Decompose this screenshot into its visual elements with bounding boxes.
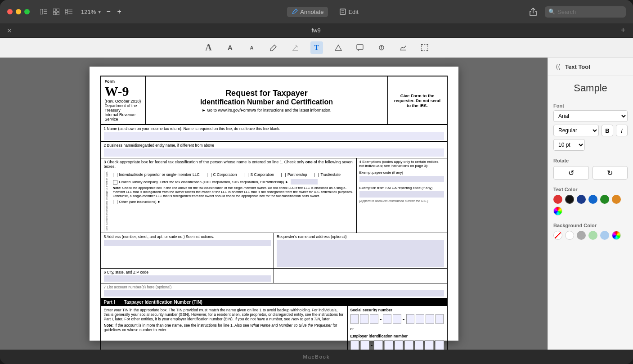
- font-family-select[interactable]: Arial Helvetica Times New Roman Courier …: [553, 110, 628, 122]
- bg-color-light-blue[interactable]: [600, 231, 609, 240]
- ein-box-9[interactable]: [435, 340, 444, 350]
- text-color-picker[interactable]: [553, 207, 562, 216]
- title-center: Annotate Edit: [129, 7, 521, 17]
- text-color-red[interactable]: [553, 195, 562, 204]
- exempt-payee-input[interactable]: [359, 176, 444, 182]
- panel-title: Text Tool: [565, 63, 590, 70]
- field-5-input[interactable]: [104, 240, 271, 246]
- llc-cb[interactable]: [113, 180, 117, 184]
- text-color-black[interactable]: [565, 195, 574, 204]
- rotate-right-button[interactable]: ↻: [593, 166, 628, 180]
- other-cb[interactable]: [113, 200, 117, 204]
- zoom-out-button[interactable]: −: [104, 8, 112, 16]
- ssn-box-5[interactable]: [393, 314, 401, 324]
- ssn-box-7[interactable]: [416, 314, 424, 324]
- trust-cb[interactable]: [314, 173, 319, 177]
- field-6-input[interactable]: [104, 275, 271, 282]
- shapes-tool[interactable]: [332, 41, 345, 54]
- bg-color-white[interactable]: [565, 231, 574, 240]
- ein-box-1[interactable]: [350, 340, 359, 350]
- crop-tool[interactable]: [418, 41, 431, 54]
- individual-cb[interactable]: [113, 173, 117, 177]
- ssn-box-8[interactable]: [426, 314, 434, 324]
- field-1-row: 1 Name (as shown on your income tax retu…: [101, 125, 447, 142]
- text-small-tool[interactable]: A: [246, 41, 258, 54]
- bg-color-gray[interactable]: [577, 231, 586, 240]
- tab-add-button[interactable]: +: [619, 26, 628, 35]
- search-input[interactable]: [545, 6, 626, 18]
- ein-box-2[interactable]: [360, 340, 369, 350]
- address-section: 5 Address (number, street, and apt. or s…: [101, 233, 447, 269]
- field-7-row: 7 List account number(s) here (optional): [101, 283, 447, 298]
- pencil-tool[interactable]: [267, 41, 280, 54]
- comment-tool[interactable]: [354, 41, 366, 54]
- requester-input[interactable]: [277, 240, 444, 267]
- font-style-select[interactable]: Regular Bold Italic Bold Italic: [553, 125, 599, 136]
- panel-collapse-button[interactable]: ⟨⟨: [553, 62, 562, 71]
- pdf-page: Form W-9 (Rev. October 2018) Department …: [90, 67, 458, 341]
- zoom-in-button[interactable]: +: [115, 8, 123, 16]
- llc-input[interactable]: [291, 179, 318, 184]
- field-1-input[interactable]: [104, 132, 444, 140]
- zoom-dropdown-arrow[interactable]: ▼: [97, 9, 102, 14]
- pdf-viewer[interactable]: Form W-9 (Rev. October 2018) Department …: [0, 58, 548, 350]
- svg-rect-9: [65, 11, 67, 13]
- ein-box-5[interactable]: [395, 340, 404, 350]
- field-3-label: 3 Check appropriate box for federal tax …: [104, 160, 353, 169]
- text-color-blue[interactable]: [588, 195, 597, 204]
- text-color-green[interactable]: [600, 195, 609, 204]
- highlight-tool[interactable]: [289, 41, 301, 54]
- bg-color-light-green[interactable]: [588, 231, 597, 240]
- share-button[interactable]: [527, 5, 539, 18]
- fullscreen-button[interactable]: [24, 9, 30, 14]
- svg-point-23: [421, 50, 422, 51]
- part1-title: Taxpayer Identification Number (TIN): [124, 300, 202, 305]
- ssn-box-9[interactable]: [435, 314, 444, 324]
- draw-tool[interactable]: [397, 41, 409, 54]
- svg-point-24: [427, 50, 428, 51]
- annotation-bar: A A A T: [0, 38, 633, 58]
- grid-view-icon[interactable]: [52, 8, 60, 16]
- close-button[interactable]: [7, 9, 13, 14]
- tab-close-button[interactable]: ✕: [5, 27, 13, 35]
- ccorp-cb[interactable]: [207, 173, 211, 177]
- ssn-box-3[interactable]: [370, 314, 378, 324]
- bg-color-picker[interactable]: [612, 231, 621, 240]
- form-title: Request for Taxpayer: [151, 89, 383, 98]
- ssn-box-2[interactable]: [360, 314, 368, 324]
- ssn-box-1[interactable]: [350, 314, 359, 324]
- ein-box-7[interactable]: [415, 340, 424, 350]
- text-color-dark-blue[interactable]: [577, 195, 586, 204]
- italic-button[interactable]: I: [616, 125, 628, 136]
- annotate-button[interactable]: Annotate: [287, 7, 328, 17]
- ein-box-3[interactable]: [374, 340, 383, 350]
- ssn-box-4[interactable]: [383, 314, 391, 324]
- text-medium-tool[interactable]: A: [224, 41, 237, 54]
- list-view-icon[interactable]: [65, 8, 73, 16]
- partnership-cb[interactable]: [281, 173, 286, 177]
- ein-box-6[interactable]: [404, 340, 413, 350]
- field-2-label: 2 Business name/disregarded entity name,…: [104, 143, 444, 148]
- field-2-input[interactable]: [104, 148, 444, 157]
- fatca-input[interactable]: [359, 191, 444, 198]
- font-size-select[interactable]: 8 pt 9 pt 10 pt 11 pt 12 pt 14 pt: [553, 139, 585, 151]
- minimize-button[interactable]: [16, 9, 21, 14]
- bg-color-none[interactable]: [553, 231, 562, 240]
- text-tool[interactable]: T: [310, 41, 323, 54]
- sidebar-toggle-icon[interactable]: [40, 8, 48, 16]
- text-color-orange[interactable]: [612, 195, 621, 204]
- ssn-box-6[interactable]: [406, 314, 415, 324]
- svg-rect-10: [65, 13, 67, 14]
- field-7-input[interactable]: [104, 290, 444, 297]
- text-resize-large-tool[interactable]: A: [202, 41, 215, 54]
- rotate-left-button[interactable]: ↺: [553, 166, 589, 180]
- ein-box-4[interactable]: [384, 340, 393, 350]
- rev-date: (Rev. October 2018): [105, 99, 142, 103]
- ein-box-8[interactable]: [425, 340, 434, 350]
- bold-button[interactable]: B: [602, 125, 613, 136]
- scorp-cb[interactable]: [244, 173, 248, 177]
- edit-button[interactable]: Edit: [335, 7, 363, 17]
- signature-tool[interactable]: [375, 41, 388, 54]
- text-color-label: Text Color: [553, 187, 628, 192]
- give-form-label: Give Form to the requester. Do not send …: [388, 76, 447, 124]
